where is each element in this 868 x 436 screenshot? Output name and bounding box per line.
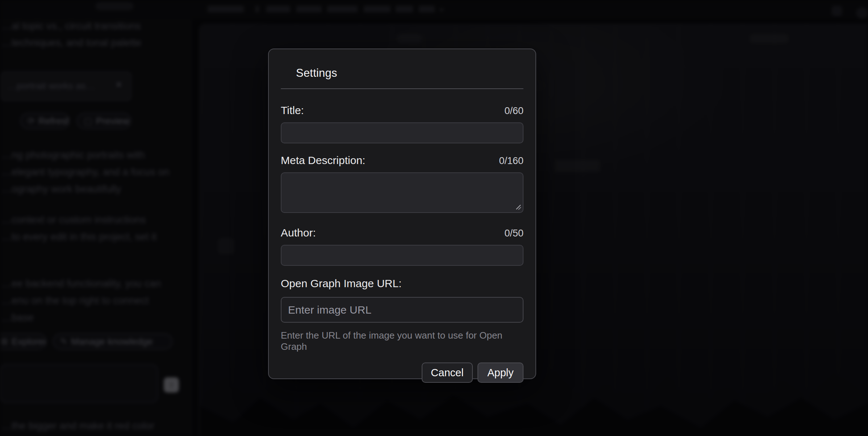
og-image-url-input[interactable] [281, 297, 523, 323]
title-char-counter: 0/60 [504, 105, 523, 117]
title-field-group: Title: 0/60 [281, 104, 523, 143]
og-image-url-label: Open Graph Image URL: [281, 277, 402, 290]
settings-dialog: Settings Title: 0/60 Meta Description: 0… [268, 49, 536, 379]
meta-description-textarea[interactable] [281, 172, 523, 213]
meta-description-field-group: Meta Description: 0/160 [281, 154, 523, 213]
author-field-group: Author: 0/50 [281, 227, 523, 266]
author-input[interactable] [281, 245, 523, 266]
og-image-field-group: Open Graph Image URL: Enter the URL of t… [281, 277, 523, 352]
title-input[interactable] [281, 122, 523, 143]
cancel-button[interactable]: Cancel [422, 362, 473, 383]
author-label: Author: [281, 227, 316, 239]
meta-description-char-counter: 0/160 [499, 155, 523, 167]
dialog-button-row: Cancel Apply [281, 362, 523, 383]
apply-button[interactable]: Apply [477, 362, 523, 383]
author-char-counter: 0/50 [504, 228, 523, 239]
og-image-helper-text: Enter the URL of the image you want to u… [281, 330, 523, 352]
divider [281, 88, 523, 89]
title-label: Title: [281, 104, 304, 117]
dialog-title: Settings [296, 67, 523, 80]
meta-description-label: Meta Description: [281, 154, 365, 167]
